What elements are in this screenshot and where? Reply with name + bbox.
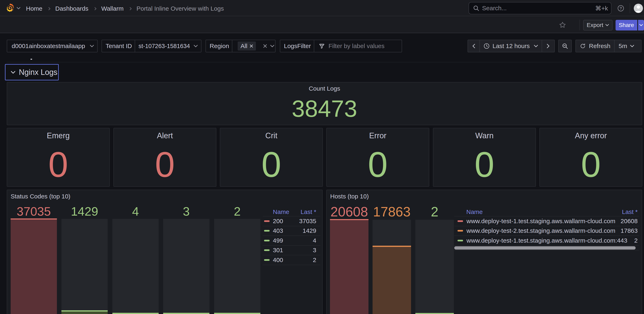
svg-text:?: ? <box>620 6 622 10</box>
